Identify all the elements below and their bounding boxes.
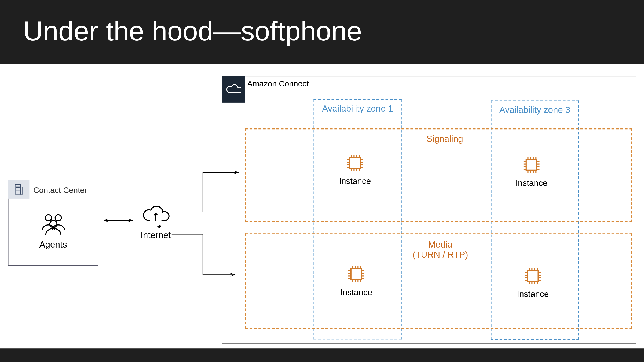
footer-bar bbox=[0, 348, 644, 362]
instance-az3-media: Instance bbox=[513, 265, 553, 299]
media-label: Media (TURN / RTP) bbox=[402, 239, 478, 260]
agents-group: Agents bbox=[8, 212, 98, 250]
media-label-line1: Media bbox=[428, 239, 452, 249]
internet-group: Internet bbox=[133, 204, 178, 241]
amazon-connect-label: Amazon Connect bbox=[247, 79, 309, 88]
title-bar: Under the hood—softphone bbox=[0, 0, 644, 64]
contact-center-label: Contact Center bbox=[33, 186, 87, 195]
chip-icon bbox=[521, 154, 542, 176]
instance-label: Instance bbox=[515, 178, 547, 188]
signaling-label: Signaling bbox=[414, 134, 476, 144]
instance-az1-media: Instance bbox=[336, 264, 376, 297]
internet-label: Internet bbox=[141, 230, 171, 241]
media-label-line2: (TURN / RTP) bbox=[402, 250, 478, 260]
instance-label: Instance bbox=[340, 287, 372, 297]
slide-title: Under the hood—softphone bbox=[23, 15, 362, 47]
svg-rect-0 bbox=[15, 184, 20, 194]
agents-label: Agents bbox=[39, 239, 67, 250]
chip-icon bbox=[522, 265, 544, 287]
svg-point-6 bbox=[45, 215, 51, 221]
cloud-upload-icon bbox=[141, 204, 170, 228]
svg-rect-9 bbox=[350, 158, 360, 168]
instance-label: Instance bbox=[517, 289, 549, 299]
users-icon bbox=[38, 212, 69, 237]
svg-rect-60 bbox=[528, 271, 538, 281]
availability-zone-1-label: Availability zone 1 bbox=[314, 104, 401, 114]
slide: Under the hood—softphone Contact Center bbox=[0, 0, 644, 362]
instance-label: Instance bbox=[339, 176, 371, 186]
svg-rect-26 bbox=[526, 160, 537, 170]
svg-rect-1 bbox=[20, 187, 23, 194]
building-icon bbox=[8, 180, 30, 199]
svg-point-7 bbox=[55, 215, 61, 221]
chip-icon bbox=[344, 153, 366, 174]
chip-icon bbox=[346, 264, 367, 285]
svg-rect-43 bbox=[351, 269, 362, 280]
diagram-canvas: Contact Center Agents bbox=[0, 64, 644, 348]
cloud-icon bbox=[222, 76, 245, 102]
instance-az3-signaling: Instance bbox=[511, 154, 551, 188]
availability-zone-3-label: Availability zone 3 bbox=[492, 105, 578, 115]
contact-center-box: Contact Center Agents bbox=[8, 180, 98, 266]
instance-az1-signaling: Instance bbox=[335, 153, 375, 186]
